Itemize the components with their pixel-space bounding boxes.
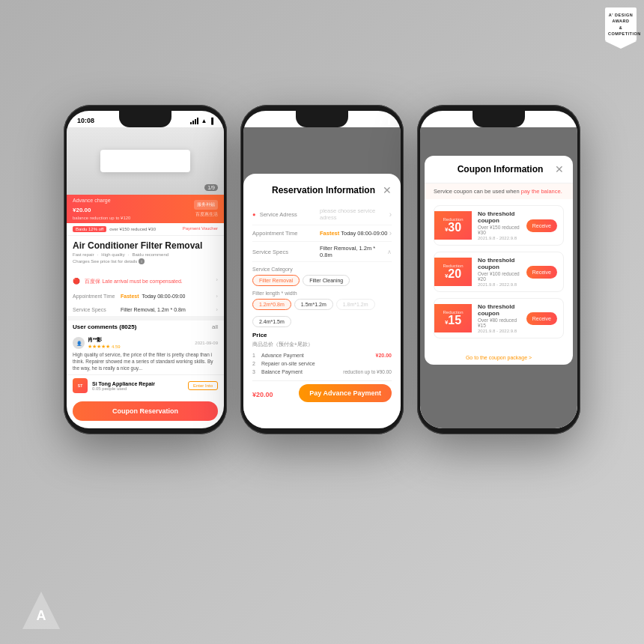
chevron-right-2: › (389, 229, 392, 237)
price-sub: 商品总价（预付金+尾款） (252, 341, 392, 348)
service-specs-row: Service Specs Filter Removal, 1.2m * 0.8… (67, 303, 224, 316)
coupon-footer[interactable]: Go to the coupon package > (425, 350, 573, 365)
chip-filter-cleaning[interactable]: Filter Cleaning (303, 275, 350, 286)
phones-container: 10:08 ▲ ▐ 1/9 (64, 105, 580, 434)
coupon-left-3: Reduction ¥15 (434, 304, 472, 332)
receive-btn-3[interactable]: Receive (526, 312, 557, 325)
comment-item-1: 👤 肖**影 ★★★★★ 4.59 2021-09-09 High qualit… (67, 333, 224, 374)
comments-all[interactable]: all (212, 323, 218, 330)
coupon-card-3: Reduction ¥15 No threshold coupon Over ¥… (434, 298, 564, 338)
size-chip-2[interactable]: 1.5m*1.2m (294, 299, 333, 310)
coupon-list: Reduction ¥30 No threshold coupon Over ¥… (425, 199, 573, 350)
advance-banner: Advance charge ¥20.00 balance reduction … (67, 195, 224, 223)
phone1-time: 10:08 (77, 117, 94, 124)
modal-header: Reservation Information ✕ (252, 184, 392, 196)
advance-right: 服务补贴 百度惠生活 (194, 200, 218, 218)
price-row-2: 2 Repaier on-site service (252, 359, 392, 368)
service-sub: 百度惠生活 (194, 211, 218, 218)
chip-filter-removal[interactable]: Filter Removal (252, 275, 300, 286)
phone3-screen: 10:08 ▲ ▐ Coupon Information (420, 111, 577, 428)
service-address-row[interactable]: ● Service Adress please choose service a… (252, 204, 392, 225)
modal-title: Reservation Information (264, 185, 383, 195)
receive-btn-1[interactable]: Receive (526, 219, 557, 232)
receive-btn-2[interactable]: Receive (526, 266, 557, 279)
image-counter: 1/9 (204, 184, 218, 191)
stars: ★★★★★ 4.59 (88, 344, 121, 350)
chevron-right: › (389, 210, 392, 219)
service-label: 服务补贴 (194, 200, 218, 210)
user-avatar: 👤 (73, 337, 85, 349)
size-label: Filter length * width (252, 291, 392, 296)
guarantee-arrow: › (216, 276, 218, 283)
company-name: Si Tong Appliance Repair (92, 381, 183, 386)
service-tags: Fast repair · High quality · Baidu recom… (73, 252, 218, 257)
phone2-notch (296, 111, 348, 127)
phone2-time: 10:08 (254, 117, 271, 124)
award-line2: & COMPETITION (608, 25, 634, 37)
signal-bars (190, 118, 198, 124)
address-placeholder: please choose service adress (320, 207, 389, 221)
company-sub: 0.05 people used (92, 386, 183, 391)
coupon-condition: over ¥150 reduced ¥30 (109, 227, 156, 231)
phone1-status-icons: ▲ ▐ (190, 118, 213, 124)
specs-value: Filter Removal, 1.2m * 0.8m (320, 245, 387, 258)
service-title: Air Conditioner Filter Removal (73, 240, 218, 251)
product-image: 1/9 (67, 127, 224, 195)
comment-date: 2021-09-09 (195, 341, 218, 345)
modal-close-btn[interactable]: ✕ (383, 184, 392, 196)
phone1: 10:08 ▲ ▐ 1/9 (64, 105, 227, 434)
advance-left: Advance charge ¥20.00 balance reduction … (73, 198, 130, 220)
category-label: Service Category (252, 267, 392, 272)
coupon-card-1: Reduction ¥30 No threshold coupon Over ¥… (434, 205, 564, 246)
phone1-notch (119, 111, 171, 127)
category-section: Service Category Filter Removal Filter C… (252, 267, 392, 327)
coupon-right-1: No threshold coupon Over ¥150 reduced ¥3… (472, 206, 526, 245)
guarantee[interactable]: 🔴 百度保 Late arrival must be compensated. … (67, 270, 224, 289)
payment-voucher[interactable]: Payment Voucher (183, 226, 218, 231)
comment-name: 肖**影 (88, 336, 121, 344)
coupon-left-2: Reduction ¥20 (434, 258, 472, 286)
coupon-modal-title: Coupon Information (458, 164, 544, 174)
company-item: ST Si Tong Appliance Repair 0.05 people … (67, 374, 224, 396)
price-section: Price 商品总价（预付金+尾款） 1 Advance Payment ¥20… (252, 332, 392, 376)
coupon-right-3: No threshold coupon Over ¥80 reduced ¥15… (472, 299, 526, 338)
location-dot: ● (252, 211, 256, 218)
enter-btn[interactable]: Enter Into (188, 381, 218, 390)
category-chips: Filter Removal Filter Cleaning (252, 275, 392, 286)
appointment-time-value: Fastest Today 08:00-09:00 (320, 230, 389, 237)
coupon-tag: Baidu 12% off (73, 226, 106, 232)
advance-label: Advance charge (73, 198, 130, 203)
coupon-left-1: Reduction ¥30 (434, 211, 472, 240)
coupon-card-2: Reduction ¥20 No threshold coupon Over ¥… (434, 252, 564, 292)
coupon-modal: Coupon Information ✕ Service coupon can … (425, 156, 573, 365)
advance-amount: ¥20.00 (73, 203, 130, 214)
size-chip-4[interactable]: 2.4m*1.5m (252, 316, 291, 327)
coupon-reservation-btn[interactable]: Coupon Reservation (73, 401, 218, 421)
appointment-row: Appointment Time Fastest Today 08:00-09:… (67, 290, 224, 303)
phone3-notch (473, 111, 525, 127)
pay-advance-btn[interactable]: Pay Advance Payment (299, 384, 392, 402)
size-chip-1[interactable]: 1.2m*0.8m (252, 299, 291, 310)
award-line1: A' DESIGN AWARD (608, 12, 634, 25)
a-logo: A (22, 592, 60, 629)
comment-text: High quality of service, the price of th… (73, 351, 218, 371)
guarantee-text: 百度保 Late arrival must be compensated. (85, 279, 182, 284)
service-section: Air Conditioner Filter Removal Fast repa… (67, 236, 224, 269)
appointment-time-row[interactable]: Appointment Time Fastest Today 08:00-09:… (252, 225, 392, 242)
size-chips: 1.2m*0.8m 1.5m*1.2m 1.8m*1.2m (252, 299, 392, 310)
award-badge: A' DESIGN AWARD & COMPETITION (605, 7, 637, 41)
guarantee-content: 🔴 百度保 Late arrival must be compensated. (73, 273, 183, 286)
coupon-modal-close[interactable]: ✕ (555, 163, 564, 175)
price-total-row: ¥20.00 Pay Advance Payment (252, 380, 392, 402)
wifi-icon-2: ▲ (377, 118, 383, 124)
phone2: 10:08 ▲ ▐ Reservation Information (240, 105, 404, 434)
signal-bars-3 (544, 118, 552, 124)
signal-bars-2 (367, 118, 375, 124)
comments-header: User comments (8025) all (67, 321, 224, 333)
phone1-screen: 10:08 ▲ ▐ 1/9 (67, 111, 224, 428)
specs-chevron: ∧ (387, 249, 392, 255)
wifi-icon: ▲ (201, 118, 207, 124)
wifi-icon-3: ▲ (554, 118, 560, 124)
specs-row[interactable]: Service Specs Filter Removal, 1.2m * 0.8… (252, 242, 392, 262)
coupon-modal-subtitle: Service coupon can be used when pay the … (425, 183, 573, 199)
